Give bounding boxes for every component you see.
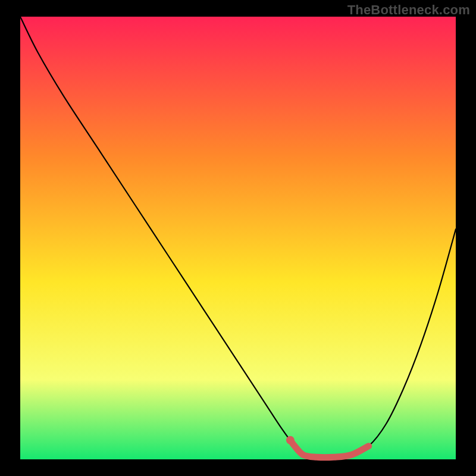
chart-frame: { "watermark": "TheBottleneck.com", "col…	[0, 0, 476, 476]
chart-svg	[0, 0, 476, 476]
plot-background	[20, 17, 456, 459]
watermark-text: TheBottleneck.com	[347, 2, 470, 18]
optimal-range-start-dot	[286, 436, 295, 444]
